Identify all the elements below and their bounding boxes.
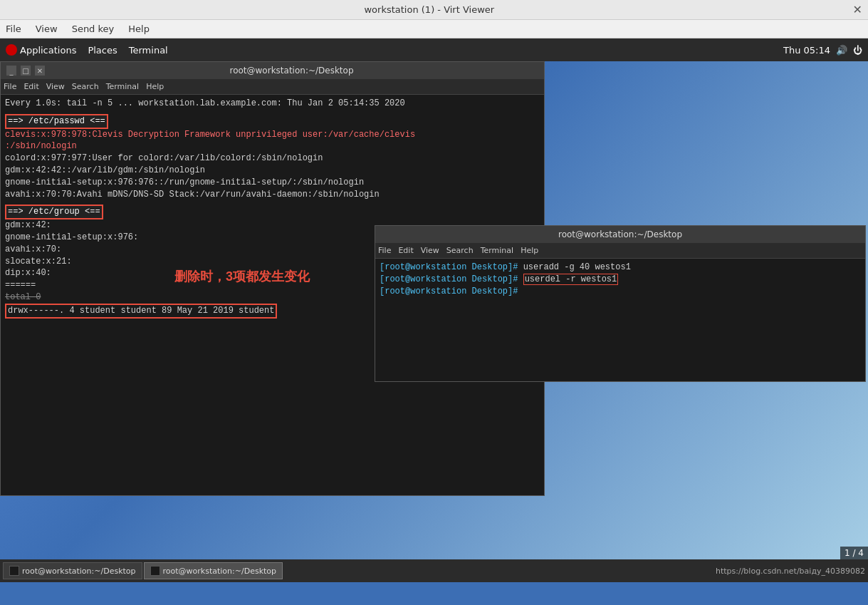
terminal-window-2: root@workstation:~/Desktop File Edit Vie…	[375, 225, 866, 382]
term1-group-header: ==> /etc/group <==	[5, 205, 103, 219]
menu-file[interactable]: File	[3, 22, 24, 36]
gnome-taskbar: Applications Places Terminal Thu 05:14 🔊…	[0, 38, 868, 61]
term1-menubar: File Edit View Search Terminal Help	[1, 79, 544, 95]
virt-viewer-menubar: File View Send key Help	[0, 20, 868, 38]
term1-minimize-btn[interactable]: _	[6, 66, 16, 76]
term2-titlebar: root@workstation:~/Desktop	[375, 226, 865, 243]
taskbar-right: Thu 05:14 🔊 ⏻	[783, 45, 862, 56]
term1-maximize-btn[interactable]: □	[21, 66, 31, 76]
term1-close-btn[interactable]: ✕	[35, 66, 45, 76]
redhat-icon	[6, 44, 17, 56]
term2-menu-view[interactable]: View	[421, 246, 439, 255]
term2-content: [root@workstation Desktop]# useradd -g 4…	[375, 259, 865, 381]
term1-title: root@workstation:~/Desktop	[45, 66, 538, 76]
task1-label: root@workstation:~/Desktop	[22, 567, 136, 576]
term1-section2: ==> /etc/group <==	[5, 205, 540, 219]
page-indicator: 1 / 4	[840, 547, 868, 559]
menu-help[interactable]: Help	[125, 22, 152, 36]
clock: Thu 05:14	[783, 45, 830, 56]
close-button[interactable]: ✕	[853, 3, 862, 16]
term1-section1: ==> /etc/passwd <==	[5, 114, 540, 129]
power-icon[interactable]: ⏻	[853, 45, 862, 56]
term1-win-buttons: _ □ ✕	[6, 66, 45, 76]
bottom-task-1[interactable]: root@workstation:~/Desktop	[3, 562, 142, 579]
term1-menu-help[interactable]: Help	[146, 82, 164, 91]
term2-menubar: File Edit View Search Terminal Help	[375, 243, 865, 259]
title-bar: workstation (1) - Virt Viewer ✕	[0, 0, 868, 20]
term1-colord: colord:x:977:977:User for colord:/var/li…	[5, 152, 540, 165]
task1-icon	[9, 566, 19, 576]
term2-line1: [root@workstation Desktop]# useradd -g 4…	[380, 262, 861, 274]
term2-menu-search[interactable]: Search	[446, 246, 474, 255]
annotation-text: 删除时，3项都发生变化	[174, 268, 310, 285]
task2-label: root@workstation:~/Desktop	[163, 567, 277, 576]
term1-titlebar: _ □ ✕ root@workstation:~/Desktop	[1, 62, 544, 79]
applications-label: Applications	[20, 45, 76, 56]
menu-view[interactable]: View	[33, 22, 61, 36]
term2-menu-edit[interactable]: Edit	[398, 246, 413, 255]
url-bar: https://blog.csdn.net/baiду_40389082	[716, 567, 865, 576]
term1-line-watch: Every 1.0s: tail -n 5 ... workstation.la…	[5, 98, 540, 110]
term2-menu-file[interactable]: File	[378, 246, 391, 255]
term2-title: root@workstation:~/Desktop	[381, 229, 859, 239]
term1-gdm: gdm:x:42:42::/var/lib/gdm:/sbin/nologin	[5, 165, 540, 177]
volume-icon[interactable]: 🔊	[836, 45, 847, 56]
bottom-taskbar: root@workstation:~/Desktop root@workstat…	[0, 559, 868, 582]
term1-clevis2: :/sbin/nologin	[5, 140, 540, 152]
term1-gnome: gnome-initial-setup:x:976:976::/run/gnom…	[5, 177, 540, 189]
term1-menu-view[interactable]: View	[46, 82, 65, 91]
term2-menu-terminal[interactable]: Terminal	[481, 246, 514, 255]
term1-menu-file[interactable]: File	[4, 82, 16, 91]
term1-menu-terminal[interactable]: Terminal	[106, 82, 140, 91]
desktop: _ □ ✕ root@workstation:~/Desktop File Ed…	[0, 61, 868, 582]
term2-menu-help[interactable]: Help	[521, 246, 538, 255]
menu-sendkey[interactable]: Send key	[69, 22, 117, 36]
terminal-menu[interactable]: Terminal	[129, 45, 168, 56]
term2-line3: [root@workstation Desktop]#	[380, 286, 861, 298]
term1-menu-edit[interactable]: Edit	[23, 82, 38, 91]
term2-line2: [root@workstation Desktop]# userdel -r w…	[380, 274, 861, 286]
term1-menu-search[interactable]: Search	[72, 82, 99, 91]
term1-avahi: avahi:x:70:70:Avahi mDNS/DNS-SD Stack:/v…	[5, 189, 540, 201]
applications-menu[interactable]: Applications	[6, 44, 76, 56]
window-title: workstation (1) - Virt Viewer	[6, 4, 853, 15]
term1-clevis: clevis:x:978:978:Clevis Decryption Frame…	[5, 129, 540, 141]
task2-icon	[150, 566, 160, 576]
places-menu[interactable]: Places	[88, 45, 117, 56]
bottom-task-2[interactable]: root@workstation:~/Desktop	[144, 562, 283, 579]
term1-passwd-header: ==> /etc/passwd <==	[5, 114, 108, 129]
